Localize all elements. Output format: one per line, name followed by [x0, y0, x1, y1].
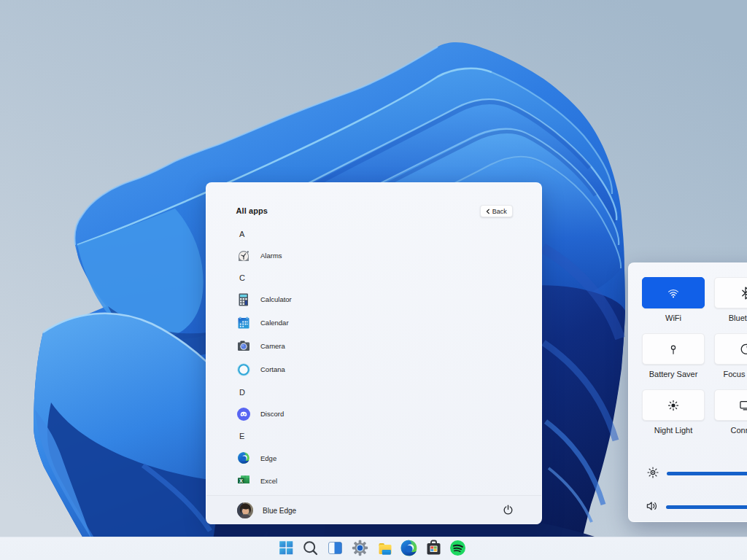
svg-text:X: X	[239, 478, 243, 483]
